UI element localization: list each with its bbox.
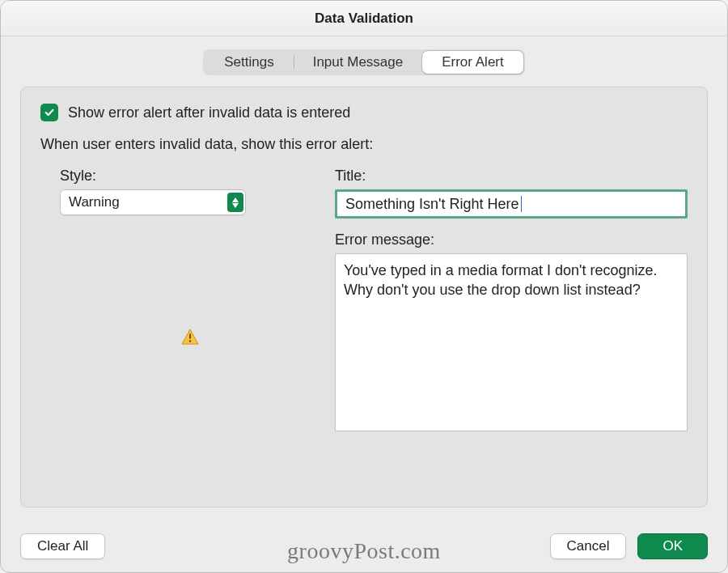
cancel-button[interactable]: Cancel <box>550 533 627 559</box>
error-alert-panel: Show error alert after invalid data is e… <box>20 87 708 507</box>
ok-button[interactable]: OK <box>637 533 708 559</box>
tab-input-message[interactable]: Input Message <box>294 51 423 74</box>
style-label: Style: <box>60 168 303 185</box>
tab-settings[interactable]: Settings <box>205 51 293 74</box>
svg-rect-0 <box>189 333 191 338</box>
show-error-alert-checkbox[interactable] <box>40 104 58 121</box>
error-message-label: Error message: <box>335 231 688 248</box>
show-error-alert-label: Show error alert after invalid data is e… <box>68 104 350 121</box>
clear-all-button[interactable]: Clear All <box>20 533 105 559</box>
warning-icon <box>181 329 303 349</box>
show-error-alert-row: Show error alert after invalid data is e… <box>40 104 688 121</box>
checkmark-icon <box>44 107 55 118</box>
error-message-textarea[interactable]: You've typed in a media format I don't r… <box>335 253 688 431</box>
title-message-column: Title: Something Isn't Right Here Error … <box>335 168 688 431</box>
tab-bar: Settings Input Message Error Alert <box>20 49 708 75</box>
style-column: Style: Warning <box>60 168 303 431</box>
svg-point-1 <box>189 340 191 342</box>
tab-error-alert[interactable]: Error Alert <box>422 51 523 74</box>
title-label: Title: <box>335 168 688 185</box>
dialog-content: Settings Input Message Error Alert Show … <box>1 36 727 507</box>
window-title: Data Validation <box>1 1 727 36</box>
error-message-value: You've typed in a media format I don't r… <box>344 262 657 298</box>
footer-right-buttons: Cancel OK <box>550 533 708 559</box>
text-caret <box>521 196 522 212</box>
form-columns: Style: Warning <box>60 168 688 431</box>
data-validation-dialog: Data Validation Settings Input Message E… <box>0 0 728 573</box>
tab-group: Settings Input Message Error Alert <box>203 49 524 75</box>
title-input[interactable]: Something Isn't Right Here <box>335 189 688 219</box>
dialog-footer: Clear All Cancel OK <box>20 533 708 559</box>
instruction-text: When user enters invalid data, show this… <box>40 136 688 153</box>
title-input-value: Something Isn't Right Here <box>345 196 519 213</box>
style-select[interactable]: Warning <box>60 189 246 215</box>
updown-icon <box>227 193 243 212</box>
style-select-value: Warning <box>69 194 120 210</box>
